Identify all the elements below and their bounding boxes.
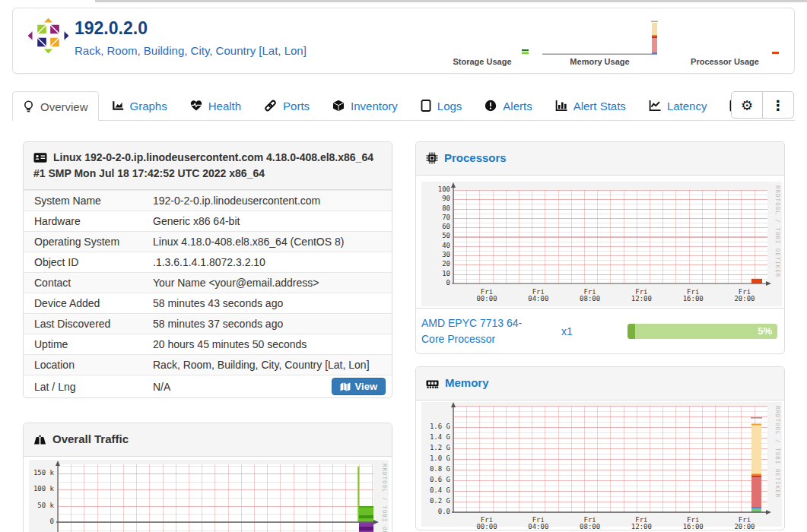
row-value: 192-0-2-0.ip.linodeusercontent.com	[153, 195, 320, 207]
tab-logs[interactable]: Logs	[411, 91, 472, 120]
view-map-button[interactable]: View	[332, 378, 386, 395]
tab-alert-stats[interactable]: Alert Stats	[545, 91, 636, 120]
overall-traffic-title: Overall Traffic	[52, 432, 129, 445]
y-tick: 100 k	[33, 486, 54, 492]
y-tick: 10	[442, 271, 450, 277]
processor-usage-mini-graph[interactable]: Processor Usage	[668, 15, 782, 66]
table-row: Hardware Generic x86 64-bit	[24, 211, 392, 231]
row-label: Object ID	[34, 256, 153, 268]
rrdtool-watermark: RRDTOOL / TOBI OETIKER	[774, 406, 781, 498]
y-tick: 50 k	[37, 502, 54, 509]
processor-y-ticks: 1009080706050403020100	[421, 186, 450, 287]
y-tick: 90	[442, 195, 450, 202]
table-row: Last Discovered 58 minutes 37 seconds ag…	[24, 313, 392, 334]
more-options-button[interactable]: ⋮	[762, 92, 793, 118]
gear-icon: ⚙	[741, 97, 753, 113]
system-info-panel: Linux 192-0-2-0.ip.linodeusercontent.com…	[23, 141, 392, 398]
table-row: Uptime 20 hours 45 minutes 50 seconds	[24, 334, 392, 354]
rrdtool-watermark: RRDTOOL / TOBI OETIKER	[381, 464, 388, 532]
latlng-row: Lat / Lng N/A View	[24, 375, 392, 397]
processors-title[interactable]: Processors	[444, 151, 507, 164]
row-value: Rack, Room, Building, City, Country [Lat…	[153, 359, 370, 371]
x-tick: Fri 12:00	[623, 289, 659, 302]
cpu-usage-percent: 5%	[758, 324, 772, 339]
memory-usage-label: Memory Usage	[541, 57, 659, 66]
tab-alerts[interactable]: Alerts	[475, 91, 542, 120]
tab-label: Ports	[283, 100, 310, 112]
x-tick: Fri 20:00	[726, 517, 763, 530]
chart-area-icon	[112, 100, 124, 112]
row-value: 58 minutes 43 seconds ago	[153, 297, 283, 309]
header-mini-graphs: Storage Usage Memory Usage	[433, 15, 782, 66]
y-tick: 0.4 G	[430, 487, 450, 494]
y-tick: 1.4 G	[430, 434, 450, 441]
row-label: Uptime	[34, 338, 153, 350]
top-navbar-edge	[95, 0, 807, 2]
row-value: N/A	[153, 381, 170, 393]
device-header-card: 192.0.2.0 Rack, Room, Building, City, Co…	[12, 8, 795, 74]
cube-icon	[332, 100, 345, 112]
row-label: Contact	[34, 277, 153, 289]
overall-traffic-graph[interactable]: 150 k100 k50 k0 RRDTOOL / TOBI OETIKER	[29, 460, 389, 532]
chart-line-icon	[649, 100, 661, 112]
traffic-y-ticks: 150 k100 k50 k0	[29, 470, 54, 525]
row-label: Location	[34, 359, 153, 371]
memory-usage-mini-graph[interactable]: Memory Usage	[541, 15, 659, 66]
device-tabbar: Overview Graphs Health Ports	[12, 91, 795, 121]
processor-usage-label: Processor Usage	[668, 57, 782, 66]
memory-usage-graph[interactable]: 1.6 G1.4 G1.2 G1.0 G0.8 G0.6 G0.4 G0.2 G…	[421, 402, 782, 527]
memory-ram-icon	[426, 378, 439, 389]
table-row: System Name 192-0-2-0.ip.linodeuserconte…	[24, 190, 392, 211]
table-row: Device Added 58 minutes 43 seconds ago	[24, 293, 392, 313]
processor-usage-sparkline	[668, 15, 782, 55]
memory-graph-canvas	[421, 402, 782, 527]
y-tick: 1.2 G	[430, 445, 450, 451]
x-tick: Fri 04:00	[520, 289, 557, 302]
row-value: 20 hours 45 minutes 50 seconds	[153, 338, 307, 350]
y-tick: 0	[50, 518, 54, 525]
cpu-count-link[interactable]: x1	[561, 325, 573, 337]
tab-label: Overview	[40, 100, 88, 113]
device-hostname[interactable]: 192.0.2.0	[75, 18, 307, 39]
cpu-name-link[interactable]: AMD EPYC 7713 64-Core Processor	[421, 315, 545, 347]
row-label: Hardware	[34, 215, 153, 227]
x-tick: Fri 12:00	[623, 517, 659, 530]
tab-label: Inventory	[351, 100, 398, 112]
x-tick: Fri 08:00	[572, 517, 608, 530]
mem-total-line	[751, 417, 762, 419]
row-label: Operating System	[34, 236, 153, 248]
settings-gear-button[interactable]: ⚙	[732, 92, 762, 118]
row-value: 58 minutes 37 seconds ago	[153, 318, 283, 330]
y-tick: 150 k	[33, 470, 54, 477]
x-tick: Fri 04:00	[520, 517, 557, 530]
storage-usage-mini-graph[interactable]: Storage Usage	[433, 15, 532, 66]
y-tick: 1.6 G	[430, 423, 450, 430]
tab-inventory[interactable]: Inventory	[322, 91, 408, 120]
y-tick: 70	[442, 214, 450, 221]
view-button-label: View	[355, 381, 377, 392]
device-location-link[interactable]: Rack, Room, Building, City, Country [Lat…	[75, 44, 307, 57]
tab-ports[interactable]: Ports	[254, 91, 319, 120]
memory-title[interactable]: Memory	[445, 376, 489, 389]
tab-label: Latency	[667, 100, 707, 112]
overall-traffic-heading: Overall Traffic	[24, 423, 392, 457]
table-row: Operating System Linux 4.18.0-408.el8.x8…	[24, 231, 392, 252]
tab-latency[interactable]: Latency	[639, 91, 717, 120]
tab-graphs[interactable]: Graphs	[102, 91, 177, 120]
memory-x-ticks: Fri 00:00Fri 04:00Fri 08:00Fri 12:00Fri …	[469, 517, 763, 530]
tab-overview[interactable]: Overview	[12, 91, 99, 121]
memory-heading: Memory	[416, 367, 784, 401]
memory-y-ticks: 1.6 G1.4 G1.2 G1.0 G0.8 G0.6 G0.4 G0.2 G…	[421, 423, 450, 515]
processors-heading: Processors	[416, 142, 784, 176]
processor-usage-graph[interactable]: 1009080706050403020100 Fri 00:00Fri 04:0…	[421, 182, 782, 306]
centos-logo	[27, 17, 70, 62]
overall-traffic-panel: Overall Traffic 150 k100 k50 k0 RRDTOOL …	[23, 423, 392, 532]
processors-panel: Processors 1009080706050403020100 Fri 00…	[415, 141, 785, 354]
x-tick: Fri 20:00	[726, 289, 763, 302]
address-card-icon	[33, 152, 47, 163]
x-tick: Fri 16:00	[675, 517, 711, 530]
x-tick: Fri 00:00	[469, 289, 505, 302]
tab-label: Logs	[437, 100, 462, 112]
chart-column-icon	[555, 100, 567, 112]
tab-health[interactable]: Health	[180, 91, 251, 120]
